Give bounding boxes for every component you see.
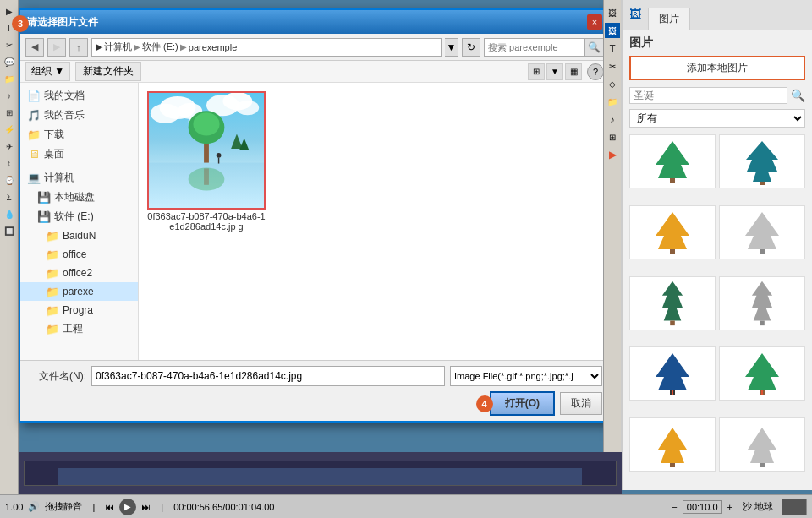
view-button-2[interactable]: ▦ <box>565 63 582 80</box>
organize-button[interactable]: 组织 ▼ <box>25 62 70 81</box>
audio-label: 拖拽静音 <box>45 500 82 513</box>
new-folder-button[interactable]: 新建文件夹 <box>75 62 141 81</box>
view-button-1[interactable]: ⊞ <box>528 63 545 80</box>
tree-image-8[interactable] <box>719 346 805 401</box>
tab-pictures[interactable]: 图片 <box>648 8 690 30</box>
computer-icon: 💻 <box>27 172 41 185</box>
toolbar-icon-sigma[interactable]: Σ <box>2 189 17 204</box>
nav-item-download[interactable]: 📁 下载 <box>20 125 138 144</box>
tree-image-9[interactable] <box>629 417 716 472</box>
tab-icon-image[interactable]: 🖼 <box>629 8 641 21</box>
left-toolbar: ▶ T ✂ 💬 📁 ♪ ⊞ ⚡ ✈ ↕ ⌚ Σ 💧 🔲 <box>0 0 19 518</box>
nav-label-progra: Progra <box>63 304 93 316</box>
nav-item-mydocs[interactable]: 📄 我的文档 <box>20 86 138 106</box>
nav-label-computer: 计算机 <box>44 171 74 185</box>
forward-button[interactable]: ▶ <box>47 38 66 57</box>
play-button[interactable]: ▶ <box>119 499 136 515</box>
file-item-image[interactable]: 0f363ac7-b087-470a-b4a6-1e1d286ad14c.jp … <box>147 91 266 232</box>
image-grid <box>623 129 812 490</box>
file-name-label: 0f363ac7-b087-470a-b4a6-1e1d286ad14c.jp … <box>147 211 266 232</box>
mid-icon-2[interactable]: 🖼 <box>605 23 620 38</box>
tree-image-3[interactable] <box>629 205 716 259</box>
search-icon[interactable]: 🔍 <box>791 89 805 102</box>
toolbar-icon-clock[interactable]: ⌚ <box>2 172 17 188</box>
help-button[interactable]: ? <box>587 63 604 80</box>
tree-image-4[interactable] <box>719 205 805 259</box>
toolbar-icon-box[interactable]: 🔲 <box>2 223 17 238</box>
mid-icon-folder[interactable]: 📁 <box>605 94 620 109</box>
toolbar-icon-grid[interactable]: ⊞ <box>2 105 17 120</box>
search-button[interactable]: 🔍 <box>585 38 604 57</box>
open-button[interactable]: 打开(O) <box>490 391 555 416</box>
tree-image-10[interactable] <box>719 417 805 472</box>
filetype-select[interactable]: Image File(*.gif;*.png;*.jpg;*.j <box>450 366 602 386</box>
dialog-footer: 文件名(N): Image File(*.gif;*.png;*.jpg;*.j… <box>20 360 609 421</box>
tree-image-7[interactable] <box>629 346 716 401</box>
left-nav-panel: 📄 我的文档 🎵 我的音乐 📁 下载 🖥 桌面 💻 计算机 💾 <box>20 83 139 360</box>
svg-point-7 <box>236 101 259 115</box>
nav-item-office2[interactable]: 📁 office2 <box>20 264 138 282</box>
toolbar-icon-plane[interactable]: ✈ <box>2 139 17 154</box>
address-part1: ▶ <box>96 41 102 52</box>
mid-icon-scissors[interactable]: ✂ <box>605 58 620 74</box>
footer-row-buttons: 4 打开(O) 取消 <box>27 391 602 416</box>
dialog-close-button[interactable]: × <box>587 14 602 30</box>
timeline-bar[interactable] <box>24 461 617 486</box>
prev-button[interactable]: ⏮ <box>105 502 114 512</box>
mid-icon-music[interactable]: ♪ <box>605 112 620 127</box>
toolbar-icon-folder[interactable]: 📁 <box>2 71 17 86</box>
filter-dropdown[interactable]: 所有 <box>629 109 805 128</box>
back-button[interactable]: ◀ <box>25 38 44 57</box>
next-button[interactable]: ⏭ <box>141 502 151 512</box>
toolbar-icon-chat[interactable]: 💬 <box>2 54 17 69</box>
tree-image-1[interactable] <box>629 134 716 188</box>
nav-item-computer[interactable]: 💻 计算机 <box>20 168 138 188</box>
nav-item-drive-e[interactable]: 💾 软件 (E:) <box>20 207 138 226</box>
nav-item-desktop[interactable]: 🖥 桌面 <box>20 144 138 164</box>
address-dropdown[interactable]: ▼ <box>445 38 458 57</box>
view-dropdown-button[interactable]: ▼ <box>546 63 563 80</box>
tree-image-6[interactable] <box>719 276 805 330</box>
svg-rect-29 <box>760 320 765 325</box>
toolbar-icon-cut[interactable]: ✂ <box>2 37 17 52</box>
filename-label: 文件名(N): <box>27 369 86 384</box>
up-button[interactable]: ↑ <box>69 38 88 57</box>
tree-image-2[interactable] <box>719 134 805 188</box>
tree-image-5[interactable] <box>629 276 716 330</box>
svg-rect-19 <box>670 178 675 183</box>
mid-icon-1[interactable]: 🖼 <box>605 5 620 20</box>
svg-marker-30 <box>656 353 689 390</box>
nav-item-parexe[interactable]: 📁 parexe <box>20 282 138 301</box>
nav-item-music[interactable]: 🎵 我的音乐 <box>20 106 138 125</box>
mid-icon-arrow[interactable]: ▶ <box>605 147 620 162</box>
nav-item-gongcheng[interactable]: 📁 工程 <box>20 319 138 339</box>
image-search-input[interactable] <box>629 87 787 104</box>
add-local-button[interactable]: 添加本地图片 <box>629 56 805 80</box>
address-folder: parexemple <box>189 42 237 52</box>
filename-input[interactable] <box>91 366 445 386</box>
address-bar[interactable]: ▶ 计算机 ▶ 软件 (E:) ▶ parexemple <box>91 38 442 57</box>
mini-preview[interactable] <box>782 499 807 515</box>
nav-item-progra[interactable]: 📁 Progra <box>20 301 138 319</box>
duration-display: 00:10.0 <box>683 500 722 514</box>
minus-button[interactable]: − <box>672 502 677 512</box>
mid-icon-grid[interactable]: ⊞ <box>605 129 620 144</box>
toolbar-icon-music[interactable]: ♪ <box>2 88 17 103</box>
toolbar-icon-drop[interactable]: 💧 <box>2 206 17 221</box>
refresh-button[interactable]: ↻ <box>462 38 480 57</box>
search-input[interactable] <box>484 38 585 57</box>
svg-rect-39 <box>760 463 765 467</box>
svg-marker-24 <box>745 212 779 249</box>
nav-label-office: office <box>63 248 86 260</box>
mid-icon-t[interactable]: T <box>605 41 620 56</box>
toolbar-icon-flash[interactable]: ⚡ <box>2 122 17 137</box>
nav-item-baidun[interactable]: 📁 BaiduN <box>20 226 138 245</box>
toolbar-icon-resize[interactable]: ↕ <box>2 155 17 171</box>
cancel-button[interactable]: 取消 <box>560 392 602 415</box>
svg-marker-33 <box>745 353 779 390</box>
mid-icon-shapes[interactable]: ◇ <box>605 76 620 91</box>
folder-icon-progra: 📁 <box>46 303 59 317</box>
plus-button[interactable]: + <box>727 502 732 512</box>
nav-item-localdisk[interactable]: 💾 本地磁盘 <box>20 188 138 207</box>
nav-item-office[interactable]: 📁 office <box>20 245 138 264</box>
